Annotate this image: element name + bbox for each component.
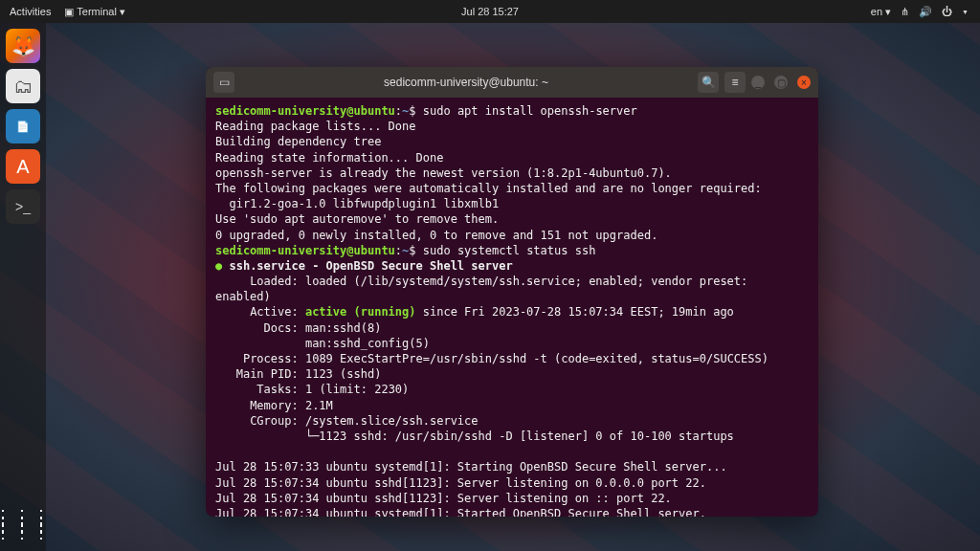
journal-line: Jul 28 15:07:34 ubuntu sshd[1123]: Serve… bbox=[215, 492, 672, 505]
status-docs: man:sshd_config(5) bbox=[215, 337, 430, 350]
dock: 🦊 🗂 📄 A >_ ⋮⋮⋮⋮⋮⋮⋮⋮⋮ bbox=[0, 23, 46, 551]
document-icon: 📄 bbox=[16, 121, 30, 133]
window-titlebar[interactable]: ▭ sedicomm-university@ubuntu: ~ 🔍 ≡ _ ▢ … bbox=[206, 67, 818, 98]
grid-icon: ⋮⋮⋮⋮⋮⋮⋮⋮⋮ bbox=[0, 513, 52, 536]
terminal-icon: ▣ bbox=[64, 6, 74, 17]
close-button[interactable]: × bbox=[797, 76, 811, 89]
search-button[interactable]: 🔍 bbox=[698, 72, 719, 93]
output-line: Reading package lists... Done bbox=[215, 120, 416, 133]
input-source-indicator[interactable]: en ▾ bbox=[871, 6, 891, 18]
journal-line: Jul 28 15:07:34 ubuntu sshd[1123]: Serve… bbox=[215, 476, 706, 490]
status-main-pid: Main PID: 1123 (sshd) bbox=[215, 367, 381, 381]
system-menu-chevron-icon[interactable]: ▼ bbox=[962, 9, 969, 15]
close-icon: × bbox=[801, 77, 807, 88]
prompt-sep: : bbox=[395, 244, 402, 257]
firefox-icon: 🦊 bbox=[11, 34, 35, 57]
terminal-output[interactable]: sedicomm-university@ubuntu:~$ sudo apt i… bbox=[206, 98, 818, 517]
minimize-icon: _ bbox=[755, 77, 761, 88]
status-tree: └─1123 sshd: /usr/sbin/sshd -D [listener… bbox=[215, 430, 734, 443]
output-line: gir1.2-goa-1.0 libfwupdplugin1 libxmlb1 bbox=[215, 197, 499, 210]
new-tab-button[interactable]: ▭ bbox=[213, 72, 234, 93]
window-title: sedicomm-university@ubuntu: ~ bbox=[240, 76, 692, 89]
journal-line: Jul 28 15:07:34 ubuntu systemd[1]: Start… bbox=[215, 507, 706, 517]
terminal-window: ▭ sedicomm-university@ubuntu: ~ 🔍 ≡ _ ▢ … bbox=[206, 67, 818, 517]
network-icon[interactable]: ⋔ bbox=[901, 6, 909, 18]
hamburger-menu-button[interactable]: ≡ bbox=[724, 72, 746, 93]
status-cgroup: CGroup: /system.slice/ssh.service bbox=[215, 414, 479, 428]
prompt-user: sedicomm-university@ubuntu bbox=[215, 104, 395, 118]
prompt-sep: : bbox=[395, 104, 402, 118]
gnome-topbar: Activities ▣ Terminal ▾ Jul 28 15:27 en … bbox=[0, 0, 980, 23]
dock-writer[interactable]: 📄 bbox=[6, 109, 40, 143]
status-process: Process: 1089 ExecStartPre=/usr/sbin/ssh… bbox=[215, 352, 768, 365]
volume-icon[interactable]: 🔊 bbox=[919, 6, 932, 18]
maximize-button[interactable]: ▢ bbox=[774, 76, 788, 89]
output-line: 0 upgraded, 0 newly installed, 0 to remo… bbox=[215, 229, 657, 242]
app-menu-label: Terminal ▾ bbox=[77, 6, 125, 17]
power-icon[interactable]: ⏻ bbox=[942, 6, 952, 17]
dock-firefox[interactable]: 🦊 bbox=[6, 29, 40, 63]
output-line: openssh-server is already the newest ver… bbox=[215, 166, 672, 180]
output-line: Use 'sudo apt autoremove' to remove them… bbox=[215, 212, 499, 226]
service-name: ssh.service - OpenBSD Secure Shell serve… bbox=[222, 259, 512, 273]
output-line: Building dependency tree bbox=[215, 135, 381, 148]
prompt-user: sedicomm-university@ubuntu bbox=[215, 244, 395, 257]
plus-icon: ▭ bbox=[219, 76, 230, 89]
folder-icon: 🗂 bbox=[13, 76, 33, 98]
maximize-icon: ▢ bbox=[777, 77, 786, 88]
status-active-value: active (running) bbox=[305, 305, 416, 319]
journal-line: Jul 28 15:07:33 ubuntu systemd[1]: Start… bbox=[215, 460, 727, 474]
command-2: sudo systemctl status ssh bbox=[423, 244, 596, 257]
minimize-button[interactable]: _ bbox=[751, 76, 765, 89]
output-line: The following packages were automaticall… bbox=[215, 182, 762, 195]
status-active-rest: since Fri 2023-07-28 15:07:34 EEST; 19mi… bbox=[416, 305, 734, 319]
status-memory: Memory: 2.1M bbox=[215, 399, 333, 412]
prompt-tail: $ bbox=[409, 104, 422, 118]
status-active-label: Active: bbox=[215, 305, 305, 319]
dock-software[interactable]: A bbox=[6, 149, 40, 184]
status-tasks: Tasks: 1 (limit: 2230) bbox=[215, 383, 409, 396]
search-icon: 🔍 bbox=[702, 76, 716, 89]
clock[interactable]: Jul 28 15:27 bbox=[461, 6, 519, 17]
command-1: sudo apt install openssh-server bbox=[423, 104, 637, 118]
dock-terminal[interactable]: >_ bbox=[6, 189, 40, 224]
status-docs: Docs: man:sshd(8) bbox=[215, 321, 381, 335]
show-applications-button[interactable]: ⋮⋮⋮⋮⋮⋮⋮⋮⋮ bbox=[6, 507, 40, 541]
menu-icon: ≡ bbox=[731, 76, 738, 89]
terminal-prompt-icon: >_ bbox=[15, 199, 31, 214]
prompt-tail: $ bbox=[409, 244, 422, 257]
dock-files[interactable]: 🗂 bbox=[6, 69, 40, 103]
status-loaded: Loaded: loaded (/lib/systemd/system/ssh.… bbox=[215, 275, 755, 303]
shopping-bag-icon: A bbox=[16, 156, 29, 178]
app-menu-button[interactable]: ▣ Terminal ▾ bbox=[64, 6, 124, 18]
activities-button[interactable]: Activities bbox=[10, 6, 51, 17]
output-line: Reading state information... Done bbox=[215, 151, 443, 165]
